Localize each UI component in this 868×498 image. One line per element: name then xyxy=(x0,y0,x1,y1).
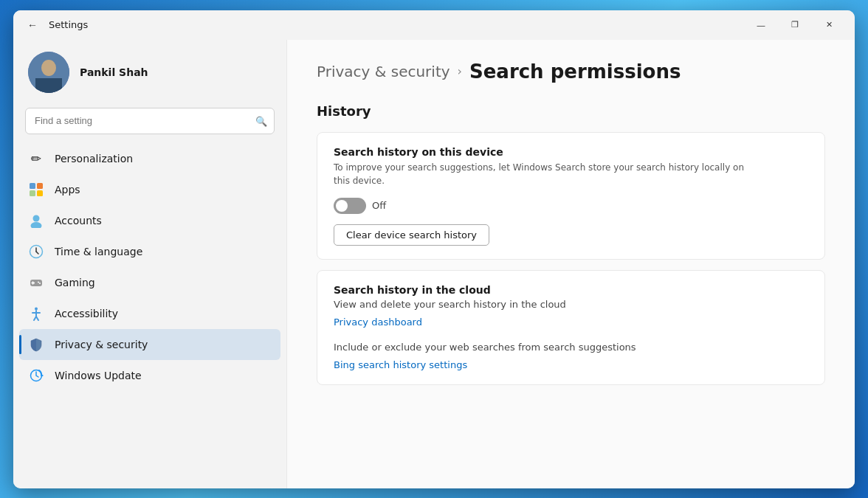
user-name: Pankil Shah xyxy=(80,66,148,78)
cloud-history-description: View and delete your search history in t… xyxy=(334,299,808,310)
maximize-button[interactable]: ❐ xyxy=(778,13,812,37)
time-language-icon xyxy=(28,243,44,260)
main-panel: Privacy & security › Search permissions … xyxy=(286,40,855,488)
privacy-security-icon xyxy=(28,336,44,353)
titlebar: ← Settings — ❐ ✕ xyxy=(13,10,855,40)
cloud-history-label: Search history in the cloud xyxy=(334,284,808,296)
find-setting-input[interactable] xyxy=(25,108,275,134)
bing-search-history-link[interactable]: Bing search history settings xyxy=(334,359,467,370)
toggle-label: Off xyxy=(372,200,386,211)
close-button[interactable]: ✕ xyxy=(812,13,846,37)
sidebar-item-time-language[interactable]: Time & language xyxy=(19,236,280,267)
window-title: Settings xyxy=(49,19,744,30)
breadcrumb-parent[interactable]: Privacy & security xyxy=(317,63,450,80)
sidebar-item-privacy-security[interactable]: Privacy & security xyxy=(19,329,280,360)
device-history-description: To improve your search suggestions, let … xyxy=(334,161,747,187)
sidebar-item-accessibility[interactable]: Accessibility xyxy=(19,298,280,329)
svg-point-19 xyxy=(35,307,38,310)
back-button[interactable]: ← xyxy=(22,15,43,35)
personalization-icon: ✏️ xyxy=(28,151,44,167)
privacy-dashboard-link[interactable]: Privacy dashboard xyxy=(334,317,422,328)
device-history-toggle[interactable] xyxy=(334,198,366,214)
gaming-icon xyxy=(28,274,44,291)
clear-device-history-button[interactable]: Clear device search history xyxy=(334,224,489,246)
breadcrumb: Privacy & security › Search permissions xyxy=(317,60,825,83)
svg-point-8 xyxy=(33,215,40,221)
breadcrumb-separator: › xyxy=(458,64,462,78)
windows-update-label: Windows Update xyxy=(55,370,142,381)
sidebar-item-gaming[interactable]: Gaming xyxy=(19,267,280,298)
device-history-label: Search history on this device xyxy=(334,146,808,158)
sidebar-item-personalization[interactable]: ✏️ Personalization xyxy=(19,143,280,174)
nav-list: ✏️ Personalization Apps Accounts xyxy=(13,143,286,488)
breadcrumb-current: Search permissions xyxy=(469,60,681,83)
svg-point-1 xyxy=(41,60,56,76)
svg-line-12 xyxy=(36,252,38,254)
svg-rect-7 xyxy=(37,190,43,196)
time-language-label: Time & language xyxy=(55,246,142,257)
gaming-label: Gaming xyxy=(55,277,95,288)
toggle-wrap: Off xyxy=(334,198,808,214)
svg-rect-6 xyxy=(30,190,35,196)
content-area: Pankil Shah 🔍 ✏️ Personalization Apps xyxy=(13,40,855,488)
include-exclude-description: Include or exclude your web searches fro… xyxy=(334,342,808,353)
history-section-title: History xyxy=(317,103,825,119)
cloud-history-group: Search history in the cloud View and del… xyxy=(317,270,825,385)
sidebar-item-apps[interactable]: Apps xyxy=(19,174,280,205)
avatar xyxy=(28,52,69,93)
sidebar: Pankil Shah 🔍 ✏️ Personalization Apps xyxy=(13,40,286,488)
apps-label: Apps xyxy=(55,184,80,196)
accessibility-icon xyxy=(28,305,44,322)
accounts-label: Accounts xyxy=(55,215,102,226)
privacy-security-label: Privacy & security xyxy=(55,339,148,350)
window-controls: — ❐ ✕ xyxy=(744,13,846,37)
svg-rect-4 xyxy=(30,183,35,189)
sidebar-item-accounts[interactable]: Accounts xyxy=(19,205,280,236)
user-section: Pankil Shah xyxy=(13,40,286,102)
minimize-button[interactable]: — xyxy=(744,13,778,37)
settings-window: ← Settings — ❐ ✕ Pankil Shah xyxy=(13,10,855,488)
sidebar-item-windows-update[interactable]: Windows Update xyxy=(19,360,280,391)
accessibility-label: Accessibility xyxy=(55,308,118,319)
svg-rect-3 xyxy=(35,78,62,93)
windows-update-icon xyxy=(28,367,44,384)
device-history-group: Search history on this device To improve… xyxy=(317,132,825,260)
svg-rect-5 xyxy=(37,183,43,189)
search-icon: 🔍 xyxy=(255,115,267,126)
svg-marker-25 xyxy=(41,374,44,377)
svg-point-18 xyxy=(39,283,41,284)
svg-point-17 xyxy=(38,281,39,283)
accounts-icon xyxy=(28,212,44,229)
apps-icon xyxy=(28,181,44,198)
svg-line-23 xyxy=(36,317,38,320)
search-box: 🔍 xyxy=(25,108,275,134)
svg-point-9 xyxy=(31,222,42,228)
personalization-label: Personalization xyxy=(55,153,133,165)
